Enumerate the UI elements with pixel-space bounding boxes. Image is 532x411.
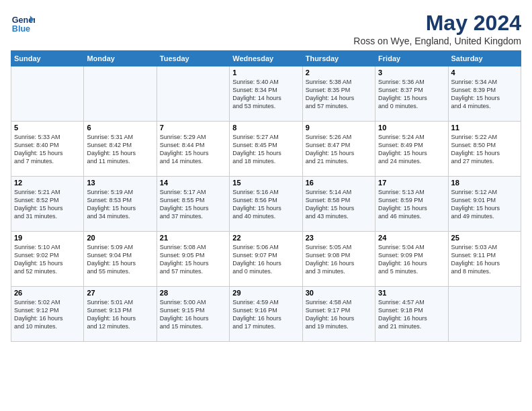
day-number: 6 bbox=[87, 124, 153, 132]
day-info: Sunrise: 5:13 AMSunset: 8:59 PMDaylight:… bbox=[378, 188, 445, 221]
day-number: 2 bbox=[306, 68, 372, 77]
day-number: 12 bbox=[14, 179, 81, 187]
day-info: Sunrise: 5:08 AMSunset: 9:05 PMDaylight:… bbox=[160, 243, 226, 276]
month-title: May 2024 bbox=[353, 11, 521, 36]
calendar-cell: 29Sunrise: 4:59 AMSunset: 9:16 PMDayligh… bbox=[230, 287, 302, 342]
day-number: 3 bbox=[378, 68, 445, 77]
day-number: 9 bbox=[306, 124, 372, 132]
day-number: 21 bbox=[160, 234, 226, 242]
calendar-cell: 27Sunrise: 5:01 AMSunset: 9:13 PMDayligh… bbox=[84, 287, 157, 342]
day-number: 8 bbox=[232, 124, 299, 132]
day-info: Sunrise: 5:21 AMSunset: 8:52 PMDaylight:… bbox=[14, 188, 81, 221]
day-info: Sunrise: 5:01 AMSunset: 9:13 PMDaylight:… bbox=[87, 298, 153, 331]
calendar-cell: 8Sunrise: 5:27 AMSunset: 8:45 PMDaylight… bbox=[230, 122, 302, 177]
day-number: 24 bbox=[378, 234, 445, 242]
calendar-cell: 20Sunrise: 5:09 AMSunset: 9:04 PMDayligh… bbox=[84, 232, 157, 287]
day-number: 17 bbox=[378, 179, 445, 187]
header-wednesday: Wednesday bbox=[230, 51, 302, 66]
logo: General Blue bbox=[11, 11, 35, 35]
calendar-cell: 17Sunrise: 5:13 AMSunset: 8:59 PMDayligh… bbox=[375, 177, 448, 232]
calendar-cell: 16Sunrise: 5:14 AMSunset: 8:58 PMDayligh… bbox=[302, 177, 375, 232]
day-info: Sunrise: 5:26 AMSunset: 8:47 PMDaylight:… bbox=[306, 133, 372, 166]
day-info: Sunrise: 5:29 AMSunset: 8:44 PMDaylight:… bbox=[160, 133, 226, 166]
calendar-cell: 3Sunrise: 5:36 AMSunset: 8:37 PMDaylight… bbox=[375, 66, 448, 122]
calendar-cell bbox=[448, 287, 521, 342]
day-info: Sunrise: 5:31 AMSunset: 8:42 PMDaylight:… bbox=[87, 133, 153, 166]
location: Ross on Wye, England, United Kingdom bbox=[353, 36, 521, 46]
header-tuesday: Tuesday bbox=[157, 51, 229, 66]
header-sunday: Sunday bbox=[11, 51, 84, 66]
calendar-cell: 5Sunrise: 5:33 AMSunset: 8:40 PMDaylight… bbox=[11, 122, 84, 177]
logo-icon: General Blue bbox=[11, 11, 35, 35]
day-number: 7 bbox=[160, 124, 226, 132]
calendar-cell: 7Sunrise: 5:29 AMSunset: 8:44 PMDaylight… bbox=[157, 122, 229, 177]
day-info: Sunrise: 5:12 AMSunset: 9:01 PMDaylight:… bbox=[451, 188, 518, 221]
day-number: 28 bbox=[160, 289, 226, 297]
calendar-cell bbox=[84, 66, 157, 122]
day-number: 20 bbox=[87, 234, 153, 242]
day-info: Sunrise: 5:24 AMSunset: 8:49 PMDaylight:… bbox=[378, 133, 445, 166]
calendar-week-3: 12Sunrise: 5:21 AMSunset: 8:52 PMDayligh… bbox=[11, 177, 521, 232]
calendar-cell: 18Sunrise: 5:12 AMSunset: 9:01 PMDayligh… bbox=[448, 177, 521, 232]
day-number: 27 bbox=[87, 289, 153, 297]
title-block: May 2024 Ross on Wye, England, United Ki… bbox=[353, 11, 521, 46]
calendar-week-1: 1Sunrise: 5:40 AMSunset: 8:34 PMDaylight… bbox=[11, 66, 521, 122]
calendar-cell: 28Sunrise: 5:00 AMSunset: 9:15 PMDayligh… bbox=[157, 287, 229, 342]
calendar-cell bbox=[11, 66, 84, 122]
calendar-cell: 26Sunrise: 5:02 AMSunset: 9:12 PMDayligh… bbox=[11, 287, 84, 342]
day-info: Sunrise: 5:02 AMSunset: 9:12 PMDaylight:… bbox=[14, 298, 81, 331]
day-info: Sunrise: 5:22 AMSunset: 8:50 PMDaylight:… bbox=[451, 133, 518, 166]
day-number: 4 bbox=[451, 68, 518, 77]
calendar-cell: 12Sunrise: 5:21 AMSunset: 8:52 PMDayligh… bbox=[11, 177, 84, 232]
day-info: Sunrise: 5:38 AMSunset: 8:35 PMDaylight:… bbox=[306, 78, 372, 111]
header-thursday: Thursday bbox=[302, 51, 375, 66]
day-info: Sunrise: 5:10 AMSunset: 9:02 PMDaylight:… bbox=[14, 243, 81, 276]
day-number: 16 bbox=[306, 179, 372, 187]
day-number: 25 bbox=[451, 234, 518, 242]
day-info: Sunrise: 5:17 AMSunset: 8:55 PMDaylight:… bbox=[160, 188, 226, 221]
day-info: Sunrise: 5:19 AMSunset: 8:53 PMDaylight:… bbox=[87, 188, 153, 221]
day-number: 22 bbox=[232, 234, 299, 242]
calendar-cell: 15Sunrise: 5:16 AMSunset: 8:56 PMDayligh… bbox=[230, 177, 302, 232]
calendar-header-row: SundayMondayTuesdayWednesdayThursdayFrid… bbox=[11, 51, 521, 66]
calendar-cell: 13Sunrise: 5:19 AMSunset: 8:53 PMDayligh… bbox=[84, 177, 157, 232]
calendar-week-2: 5Sunrise: 5:33 AMSunset: 8:40 PMDaylight… bbox=[11, 122, 521, 177]
page-header: General Blue May 2024 Ross on Wye, Engla… bbox=[11, 11, 521, 46]
calendar-week-5: 26Sunrise: 5:02 AMSunset: 9:12 PMDayligh… bbox=[11, 287, 521, 342]
calendar-cell: 22Sunrise: 5:06 AMSunset: 9:07 PMDayligh… bbox=[230, 232, 302, 287]
day-number: 10 bbox=[378, 124, 445, 132]
day-number: 11 bbox=[451, 124, 518, 132]
day-number: 14 bbox=[160, 179, 226, 187]
day-info: Sunrise: 5:14 AMSunset: 8:58 PMDaylight:… bbox=[306, 188, 372, 221]
calendar-cell: 1Sunrise: 5:40 AMSunset: 8:34 PMDaylight… bbox=[230, 66, 302, 122]
day-number: 5 bbox=[14, 124, 81, 132]
day-info: Sunrise: 5:27 AMSunset: 8:45 PMDaylight:… bbox=[232, 133, 299, 166]
day-number: 13 bbox=[87, 179, 153, 187]
calendar-table: SundayMondayTuesdayWednesdayThursdayFrid… bbox=[11, 50, 521, 342]
day-info: Sunrise: 5:04 AMSunset: 9:09 PMDaylight:… bbox=[378, 243, 445, 276]
day-info: Sunrise: 5:06 AMSunset: 9:07 PMDaylight:… bbox=[232, 243, 299, 276]
header-saturday: Saturday bbox=[448, 51, 521, 66]
calendar-cell: 14Sunrise: 5:17 AMSunset: 8:55 PMDayligh… bbox=[157, 177, 229, 232]
day-info: Sunrise: 5:36 AMSunset: 8:37 PMDaylight:… bbox=[378, 78, 445, 111]
day-info: Sunrise: 5:34 AMSunset: 8:39 PMDaylight:… bbox=[451, 78, 518, 111]
calendar-cell: 2Sunrise: 5:38 AMSunset: 8:35 PMDaylight… bbox=[302, 66, 375, 122]
day-number: 1 bbox=[232, 68, 299, 77]
day-info: Sunrise: 4:59 AMSunset: 9:16 PMDaylight:… bbox=[232, 298, 299, 331]
day-info: Sunrise: 5:00 AMSunset: 9:15 PMDaylight:… bbox=[160, 298, 226, 331]
calendar-week-4: 19Sunrise: 5:10 AMSunset: 9:02 PMDayligh… bbox=[11, 232, 521, 287]
day-info: Sunrise: 5:40 AMSunset: 8:34 PMDaylight:… bbox=[232, 78, 299, 111]
calendar-cell: 11Sunrise: 5:22 AMSunset: 8:50 PMDayligh… bbox=[448, 122, 521, 177]
svg-text:Blue: Blue bbox=[12, 24, 30, 34]
day-number: 19 bbox=[14, 234, 81, 242]
day-info: Sunrise: 4:57 AMSunset: 9:18 PMDaylight:… bbox=[378, 298, 445, 331]
day-info: Sunrise: 5:33 AMSunset: 8:40 PMDaylight:… bbox=[14, 133, 81, 166]
day-number: 29 bbox=[232, 289, 299, 297]
calendar-cell: 25Sunrise: 5:03 AMSunset: 9:11 PMDayligh… bbox=[448, 232, 521, 287]
day-info: Sunrise: 4:58 AMSunset: 9:17 PMDaylight:… bbox=[306, 298, 372, 331]
day-number: 30 bbox=[306, 289, 372, 297]
day-info: Sunrise: 5:05 AMSunset: 9:08 PMDaylight:… bbox=[306, 243, 372, 276]
calendar-cell: 4Sunrise: 5:34 AMSunset: 8:39 PMDaylight… bbox=[448, 66, 521, 122]
calendar-cell: 21Sunrise: 5:08 AMSunset: 9:05 PMDayligh… bbox=[157, 232, 229, 287]
day-info: Sunrise: 5:03 AMSunset: 9:11 PMDaylight:… bbox=[451, 243, 518, 276]
